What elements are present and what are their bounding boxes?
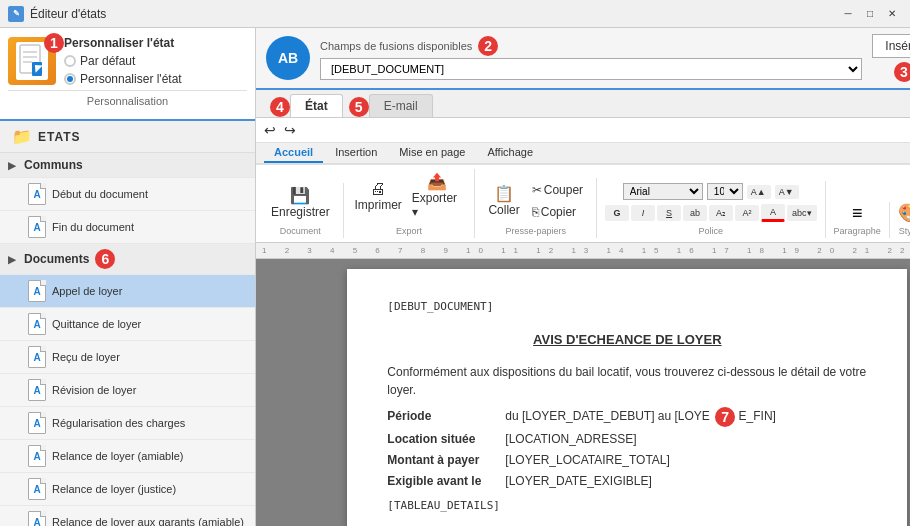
maximize-button[interactable]: □ — [860, 5, 880, 23]
tab-etat[interactable]: État — [290, 94, 343, 117]
doc-field-value-periode: du [LOYER_DATE_DEBUT] au [LOYE 7 E_FIN] — [505, 407, 776, 427]
chevron-down-icon: ▶ — [8, 254, 16, 265]
doc-field-label-periode: Période — [387, 407, 497, 427]
ab-icon: AB — [266, 36, 310, 80]
fusion-select[interactable]: [DEBUT_DOCUMENT] — [320, 58, 862, 80]
tree-label: Appel de loyer — [52, 285, 247, 297]
doc-pen-icon — [18, 44, 46, 78]
perso-row: 1 Personnaliser l'état Par défaut Person… — [8, 36, 247, 86]
paragraph-icon[interactable]: ≡ — [852, 204, 863, 222]
style-icon[interactable]: 🎨 — [898, 204, 910, 222]
redo-button[interactable]: ↪ — [282, 120, 298, 140]
tree-item-recu[interactable]: Reçu de loyer — [0, 341, 255, 374]
italic-button[interactable]: I — [631, 205, 655, 221]
right-panel: AB Champs de fusions disponibles 2 [DEBU… — [256, 28, 910, 526]
undo-button[interactable]: ↩ — [262, 120, 278, 140]
radio-default[interactable]: Par défaut — [64, 54, 247, 68]
enregistrer-button[interactable]: 💾 Enregistrer — [266, 185, 335, 222]
ribbon-tab-mise-en-page[interactable]: Mise en page — [389, 143, 475, 163]
coller-label: Coller — [488, 203, 519, 217]
tree-group-documents[interactable]: ▶ Documents 6 — [0, 244, 255, 275]
tree-label: Relance de loyer (justice) — [52, 483, 247, 495]
tab-email[interactable]: E-mail — [369, 94, 433, 117]
doc-area[interactable]: [DEBUT_DOCUMENT] AVIS D'ECHEANCE DE LOYE… — [256, 259, 910, 526]
tree-item-relance-amiable[interactable]: Relance de loyer (amiable) — [0, 440, 255, 473]
enregistrer-label: Enregistrer — [271, 205, 330, 219]
fusions-bar: AB Champs de fusions disponibles 2 [DEBU… — [256, 28, 910, 90]
tree-group-communs[interactable]: ▶ Communs — [0, 153, 255, 178]
badge-5: 5 — [349, 97, 369, 117]
ribbon-tab-affichage[interactable]: Affichage — [477, 143, 543, 163]
tree-item-fin[interactable]: Fin du document — [0, 211, 255, 244]
doc-field-exigible: Exigible avant le [LOYER_DATE_EXIGIBLE] — [387, 472, 867, 490]
fusion-label: Champs de fusions disponibles — [320, 40, 472, 52]
tree-item-revision[interactable]: Révision de loyer — [0, 374, 255, 407]
font-size-up-button[interactable]: A▲ — [747, 185, 771, 199]
perso-title: Personnaliser l'état — [64, 36, 247, 50]
badge-7: 7 — [715, 407, 735, 427]
perso-options: Personnaliser l'état Par défaut Personna… — [64, 36, 247, 86]
radio-custom[interactable]: Personnaliser l'état — [64, 72, 247, 86]
font-color-button[interactable]: A — [761, 204, 785, 222]
exporter-label: Exporter ▾ — [412, 191, 462, 219]
couper-label: Couper — [544, 183, 583, 197]
tableau-details-tag: [TABLEAU_DETAILS] — [387, 498, 867, 515]
tree-item-regularisation[interactable]: Régularisation des charges — [0, 407, 255, 440]
ruler: 1 2 3 4 5 6 7 8 9 10 11 12 13 14 15 16 1… — [256, 243, 910, 259]
subscript-button[interactable]: A₂ — [709, 205, 733, 221]
presse-label: Presse-papiers — [505, 226, 566, 236]
tree-item-appel[interactable]: Appel de loyer — [0, 275, 255, 308]
copier-button[interactable]: ⎘ Copier — [527, 202, 588, 222]
etats-header: 📁 ETATS — [0, 121, 255, 153]
paragraphe-label: Paragraphe — [834, 226, 881, 236]
exporter-button[interactable]: 📤 Exporter ▾ — [407, 171, 467, 222]
badge-6: 6 — [95, 249, 115, 269]
bold-button[interactable]: G — [605, 205, 629, 221]
minimize-button[interactable]: ─ — [838, 5, 858, 23]
export-icon: 📤 — [427, 174, 447, 190]
strikethrough-button[interactable]: ab — [683, 205, 707, 221]
tree-label: Fin du document — [52, 221, 247, 233]
debut-document-tag: [DEBUT_DOCUMENT] — [387, 299, 867, 316]
tree-label: Révision de loyer — [52, 384, 247, 396]
underline-button[interactable]: S — [657, 205, 681, 221]
tree-item-relance-justice[interactable]: Relance de loyer (justice) — [0, 473, 255, 506]
doc-icon — [28, 216, 46, 238]
doc-title: AVIS D'ECHEANCE DE LOYER — [387, 330, 867, 350]
couper-button[interactable]: ✂ Couper — [527, 180, 588, 200]
radio-default-label: Par défaut — [80, 54, 135, 68]
titlebar-controls[interactable]: ─ □ ✕ — [838, 5, 902, 23]
coller-button[interactable]: 📋 Coller — [483, 183, 524, 220]
ribbon-group-paragraphe: ≡ Paragraphe — [830, 202, 890, 238]
tree-item-quittance[interactable]: Quittance de loyer — [0, 308, 255, 341]
print-icon: 🖨 — [370, 181, 386, 197]
main-container: 1 Personnaliser l'état Par défaut Person… — [0, 28, 910, 526]
save-icon: 💾 — [290, 188, 310, 204]
badge-4: 4 — [270, 97, 290, 117]
ribbon-tabs: Accueil Insertion Mise en page Affichage — [256, 143, 910, 164]
doc-icon — [28, 478, 46, 500]
doc-disclaimer: Cet avis d'échéance ne peut en aucun cas… — [387, 523, 867, 527]
doc-field-montant: Montant à payer [LOYER_LOCATAIRE_TOTAL] — [387, 451, 867, 469]
font-size-select[interactable]: 10 — [707, 183, 743, 200]
tree-label: Quittance de loyer — [52, 318, 247, 330]
badge-1: 1 — [44, 33, 64, 53]
ribbon-tab-accueil[interactable]: Accueil — [264, 143, 323, 163]
font-size-down-button[interactable]: A▼ — [775, 185, 799, 199]
radio-default-dot[interactable] — [64, 55, 76, 67]
close-button[interactable]: ✕ — [882, 5, 902, 23]
tree-group-communs-label: Communs — [24, 158, 83, 172]
insert-button[interactable]: Insérer — [872, 34, 910, 58]
radio-custom-dot[interactable] — [64, 73, 76, 85]
superscript-button[interactable]: A² — [735, 205, 759, 221]
ribbon-group-style: 🎨 Style — [894, 202, 910, 238]
ribbon: ↩ ↪ Accueil Insertion Mise en page Affic… — [256, 118, 910, 243]
highlight-button[interactable]: abc▾ — [787, 205, 817, 221]
font-family-select[interactable]: Arial — [623, 183, 703, 200]
imprimer-button[interactable]: 🖨 Imprimer — [352, 178, 405, 215]
tab-row: 4 État 5 E-mail — [256, 90, 910, 118]
tree-item-debut[interactable]: Début du document — [0, 178, 255, 211]
doc-field-location: Location située [LOCATION_ADRESSE] — [387, 430, 867, 448]
ribbon-tab-insertion[interactable]: Insertion — [325, 143, 387, 163]
tree-item-relance-garants-amiable[interactable]: Relance de loyer aux garants (amiable) — [0, 506, 255, 526]
